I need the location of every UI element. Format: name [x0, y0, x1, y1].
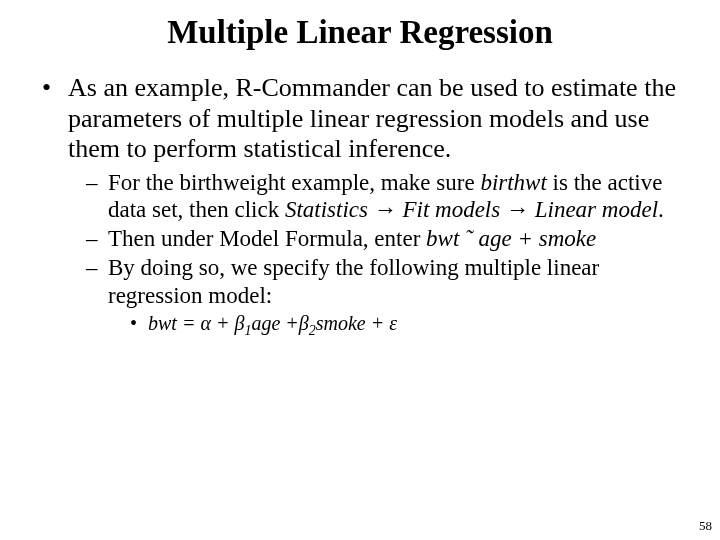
- sub-bullet-3: By doing so, we specify the following mu…: [86, 254, 690, 339]
- sub-bullet-list: For the birthweight example, make sure b…: [86, 169, 690, 339]
- bullet-1: As an example, R-Commander can be used t…: [38, 73, 690, 339]
- bullet-1-text: As an example, R-Commander can be used t…: [68, 73, 676, 163]
- sub3-text: By doing so, we specify the following mu…: [108, 255, 599, 307]
- sub1-linear-model: Linear model: [535, 197, 658, 222]
- eq-sub2: 2: [309, 323, 316, 338]
- eq-alpha: α: [200, 312, 211, 334]
- arrow-icon-2: →: [506, 196, 529, 222]
- sub1-fit-models: Fit models: [402, 197, 500, 222]
- sub2-part-a: Then under Model Formula, enter: [108, 226, 426, 251]
- eq-epsilon: ε: [389, 312, 397, 334]
- eq-bwt: bwt =: [148, 312, 200, 334]
- sub2-formula: bwt ˜ age + smoke: [426, 226, 596, 251]
- equation-list: bwt = α + β1age +β2smoke + ε: [130, 311, 690, 340]
- sub1-part-a: For the birthweight example, make sure: [108, 170, 480, 195]
- eq-beta2: β: [299, 312, 309, 334]
- eq-age: age +: [251, 312, 298, 334]
- eq-plus1: +: [211, 312, 235, 334]
- sub-bullet-1: For the birthweight example, make sure b…: [86, 169, 690, 223]
- slide-title: Multiple Linear Regression: [30, 14, 690, 51]
- page-number: 58: [699, 518, 712, 534]
- arrow-icon-1: →: [374, 196, 397, 222]
- sub1-birthwt: birthwt: [480, 170, 546, 195]
- equation-bullet: bwt = α + β1age +β2smoke + ε: [130, 311, 690, 340]
- bullet-list: As an example, R-Commander can be used t…: [38, 73, 690, 339]
- slide: Multiple Linear Regression As an example…: [0, 0, 720, 540]
- eq-beta1: β: [234, 312, 244, 334]
- eq-smoke: smoke +: [316, 312, 389, 334]
- sub-bullet-2: Then under Model Formula, enter bwt ˜ ag…: [86, 225, 690, 252]
- sub1-period: .: [658, 197, 664, 222]
- sub1-statistics: Statistics: [285, 197, 368, 222]
